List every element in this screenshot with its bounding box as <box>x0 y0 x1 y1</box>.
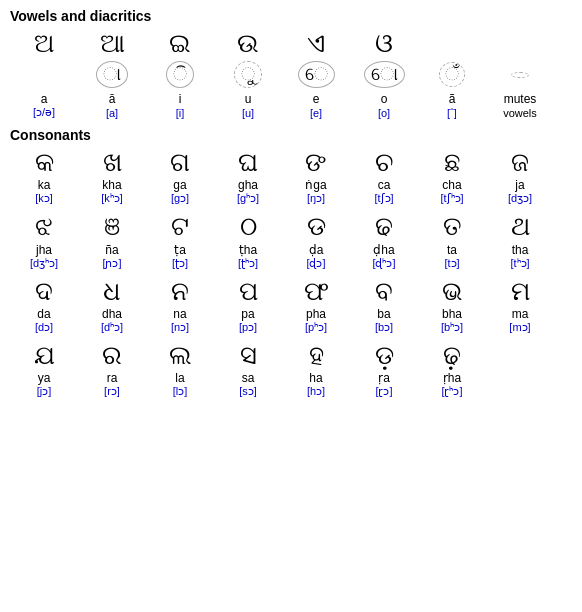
vowel-glyph-2: ଇ <box>146 28 214 59</box>
vowels-title: Vowels and diacritics <box>10 8 572 24</box>
vowel-roman-4: e <box>282 92 350 106</box>
consonant-glyphs-row-1: କ ଖ ଗ ଘ ଙ ଚ ଛ ଜ <box>10 147 572 178</box>
diacritic-5: ୋ <box>350 61 418 88</box>
vowel-glyph-7 <box>486 28 554 59</box>
consonant-glyphs-row-4: ଯ ର ଲ ସ ହ ଡ଼ ଢ଼ <box>10 340 572 371</box>
consonant-ipa-row-1: [kɔ] [kʰɔ] [gɔ] [gʰɔ] [ŋɔ] [tʃɔ] [tʃʰɔ] … <box>10 192 572 205</box>
consonant-roman-row-4: ya ra la sa ha ṛa ṛha <box>10 371 572 385</box>
consonant-roman-row-1: ka kha ga gha ṅga ca cha ja <box>10 178 572 192</box>
consonants-title: Consonants <box>10 127 572 143</box>
diacritic-1: ା <box>78 61 146 88</box>
consonant-glyphs-row-3: ଦ ଧ ନ ପ ଫ ବ ଭ ମ <box>10 276 572 307</box>
diacritic-6: ଁ <box>418 61 486 88</box>
vowel-glyph-3: ଉ <box>214 28 282 59</box>
vowel-glyph-5: ଓ <box>350 28 418 59</box>
vowel-ipa-row: [ɔ/ə] [a] [i] [u] [e] [o] [ˆ] vowels <box>10 106 572 119</box>
vowel-ipa-6: [ˆ] <box>418 106 486 119</box>
vowel-ipa-0: [ɔ/ə] <box>10 106 78 119</box>
diacritic-2: ି <box>146 61 214 88</box>
vowel-roman-3: u <box>214 92 282 106</box>
consonants-section: Consonants କ ଖ ଗ ଘ ଙ ଚ ଛ ଜ ka kha ga gha… <box>10 127 572 398</box>
diacritic-3: ୁ <box>214 61 282 88</box>
diacritic-7 <box>486 61 554 88</box>
vowel-ipa-2: [i] <box>146 106 214 119</box>
vowel-roman-1: ā <box>78 92 146 106</box>
vowel-roman-6: ã <box>418 92 486 106</box>
vowel-glyph-0: ଅ <box>10 28 78 59</box>
vowel-roman-row: a ā i u e o ã mutes <box>10 92 572 106</box>
vowel-ipa-5: [o] <box>350 106 418 119</box>
diacritic-0 <box>10 61 78 88</box>
vowel-roman-5: o <box>350 92 418 106</box>
vowel-glyph-4: ଏ <box>282 28 350 59</box>
vowels-section: Vowels and diacritics ଅ ଆ ଇ ଉ ଏ ଓ ା ି ୁ … <box>10 8 572 119</box>
vowel-ipa-4: [e] <box>282 106 350 119</box>
consonant-roman-row-2: jha ña ṭa ṭha ḍa ḍha ta tha <box>10 243 572 257</box>
diacritic-4: େ <box>282 61 350 88</box>
consonant-ipa-row-4: [jɔ] [rɔ] [lɔ] [sɔ] [hɔ] [ɽɔ] [ɽʰɔ] <box>10 385 572 398</box>
vowel-roman-mutes: mutes <box>486 92 554 106</box>
vowel-ipa-vowels: vowels <box>486 106 554 119</box>
vowel-roman-0: a <box>10 92 78 106</box>
vowel-roman-2: i <box>146 92 214 106</box>
diacritic-row: ା ି ୁ େ ୋ ଁ <box>10 61 572 88</box>
consonant-roman-row-3: da dha na pa pha ba bha ma <box>10 307 572 321</box>
vowel-glyph-1: ଆ <box>78 28 146 59</box>
vowel-ipa-3: [u] <box>214 106 282 119</box>
vowel-glyphs-row: ଅ ଆ ଇ ଉ ଏ ଓ <box>10 28 572 59</box>
page-container: Vowels and diacritics ଅ ଆ ଇ ଉ ଏ ଓ ା ି ୁ … <box>10 8 572 398</box>
vowel-glyph-6 <box>418 28 486 59</box>
consonant-glyphs-row-2: ଝ ଞ ଟ ଠ ଡ ଢ ତ ଥ <box>10 211 572 242</box>
consonant-ipa-row-2: [dʒʰɔ] [ɲɔ] [ʈɔ] [ʈʰɔ] [ɖɔ] [ɖʰɔ] [tɔ] [… <box>10 257 572 270</box>
vowel-ipa-1: [a] <box>78 106 146 119</box>
consonant-ipa-row-3: [dɔ] [dʰɔ] [nɔ] [pɔ] [pʰɔ] [bɔ] [bʰɔ] [m… <box>10 321 572 334</box>
